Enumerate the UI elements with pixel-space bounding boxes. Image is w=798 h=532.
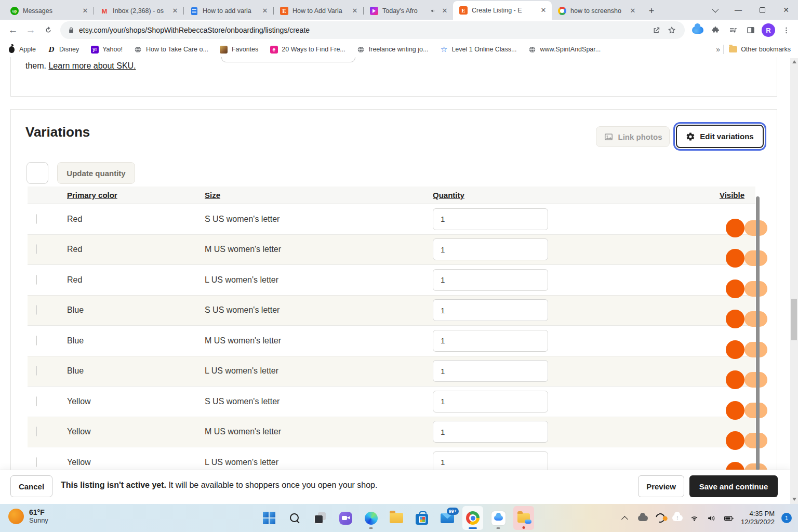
save-and-continue-button[interactable]: Save and continue (689, 475, 778, 497)
taskbar-clock[interactable]: 4:35 PM 12/23/2022 (741, 510, 775, 526)
wifi-icon[interactable] (689, 513, 700, 523)
taskbar-search-button[interactable] (284, 506, 305, 530)
task-view-button[interactable] (310, 506, 330, 530)
globe-icon (357, 45, 365, 54)
chrome-menu-icon[interactable] (778, 22, 794, 38)
row-checkbox[interactable] (36, 427, 37, 436)
mail-button[interactable]: 99+ (437, 506, 458, 530)
update-quantity-button[interactable]: Update quantity (57, 162, 135, 184)
table-scrollbar-thumb[interactable] (756, 196, 760, 470)
tab-google-search[interactable]: how to screensho ✕ (552, 2, 641, 20)
edit-variations-button[interactable]: Edit variations (676, 125, 764, 148)
tab-gmail-inbox[interactable]: M Inbox (2,368) - os ✕ (94, 2, 183, 20)
icloud-extension-icon[interactable] (690, 22, 706, 38)
window-maximize-button[interactable] (750, 0, 774, 20)
row-checkbox[interactable] (36, 336, 37, 345)
quantity-input[interactable] (433, 238, 548, 260)
column-visible[interactable]: Visible (720, 191, 755, 200)
bookmark-freelance-writing[interactable]: freelance writing jo... (357, 45, 429, 54)
bookmark-yahoo[interactable]: y!Yahoo! (90, 45, 123, 54)
quantity-input[interactable] (433, 391, 548, 413)
profile-avatar[interactable]: R (761, 22, 776, 38)
preview-button[interactable]: Preview (638, 475, 684, 497)
sku-input-partial[interactable] (221, 57, 355, 62)
bookmark-how-to-take-care[interactable]: How to Take Care o... (134, 45, 208, 54)
playlist-extension-icon[interactable] (725, 22, 741, 38)
bookmark-apple[interactable]: Apple (7, 45, 36, 54)
hidden-icons-chevron[interactable] (621, 513, 631, 523)
tab-close-icon[interactable]: ✕ (351, 7, 359, 15)
tab-close-icon[interactable]: ✕ (539, 6, 548, 15)
row-checkbox[interactable] (36, 305, 37, 315)
sync-tray-icon[interactable] (655, 513, 666, 523)
window-close-button[interactable]: ✕ (774, 0, 798, 20)
column-size[interactable]: Size (205, 191, 433, 200)
share-icon[interactable] (648, 22, 664, 38)
select-all-checkbox[interactable] (26, 162, 48, 184)
row-checkbox[interactable] (36, 366, 37, 376)
bookmarks-overflow-chevron[interactable]: » (716, 45, 720, 54)
onedrive-folder-button[interactable] (513, 506, 534, 530)
back-button[interactable]: ← (4, 21, 22, 39)
bookmark-favorites[interactable]: Favorites (220, 45, 258, 54)
quantity-input[interactable] (433, 208, 548, 230)
tab-etsy-help[interactable]: E How to Add Varia ✕ (274, 2, 363, 20)
tab-audio-icon[interactable] (430, 8, 436, 14)
tab-close-icon[interactable]: ✕ (629, 7, 637, 15)
start-button[interactable] (259, 506, 280, 530)
column-quantity[interactable]: Quantity (433, 191, 672, 200)
other-bookmarks-button[interactable]: Other bookmarks (729, 46, 791, 53)
quantity-input[interactable] (433, 299, 548, 321)
new-tab-button[interactable]: + (644, 4, 659, 18)
column-primary-color[interactable]: Primary color (67, 191, 205, 200)
cancel-button[interactable]: Cancel (10, 475, 52, 497)
edge-button[interactable] (361, 506, 381, 530)
scroll-down-arrow[interactable] (792, 498, 796, 501)
extensions-puzzle-icon[interactable] (708, 22, 723, 38)
onedrive-tray-icon[interactable] (638, 513, 648, 523)
page-scrollbar-thumb[interactable] (791, 299, 797, 340)
page-scrollbar[interactable] (790, 58, 798, 504)
learn-more-sku-link[interactable]: Learn more about SKU. (48, 61, 136, 70)
tab-close-icon[interactable]: ✕ (171, 7, 179, 15)
row-checkbox[interactable] (36, 275, 37, 285)
quantity-input[interactable] (433, 330, 548, 352)
tab-todays-afro[interactable]: Today's Afro ✕ (364, 2, 453, 20)
tab-messages[interactable]: up Messages ✕ (4, 2, 94, 20)
bookmark-20-ways[interactable]: e20 Ways to Find Fre... (270, 45, 345, 54)
bookmark-disney[interactable]: DDisney (47, 45, 79, 54)
bookmark-spiritandspar[interactable]: www.SpiritAndSpar... (528, 45, 601, 54)
link-photos-button[interactable]: Link photos (596, 126, 670, 147)
quantity-input[interactable] (433, 269, 548, 291)
microsoft-store-button[interactable] (411, 506, 432, 530)
chat-button[interactable] (335, 506, 356, 530)
row-checkbox[interactable] (36, 244, 37, 254)
volume-icon[interactable] (707, 513, 717, 523)
bookmark-star-icon[interactable] (664, 22, 680, 38)
quantity-input[interactable] (433, 360, 548, 382)
side-panel-icon[interactable] (743, 22, 759, 38)
tab-close-icon[interactable]: ✕ (81, 7, 89, 15)
address-bar[interactable]: etsy.com/your/shops/ShopWithRebeccaStore… (60, 21, 685, 39)
file-explorer-button[interactable] (386, 506, 407, 530)
reload-button[interactable] (39, 21, 57, 39)
quantity-input[interactable] (433, 421, 548, 443)
tab-close-icon[interactable]: ✕ (441, 7, 449, 15)
battery-icon[interactable] (724, 513, 734, 523)
forward-button[interactable]: → (22, 21, 39, 39)
row-checkbox[interactable] (36, 214, 37, 224)
tab-create-listing-active[interactable]: E Create Listing - E ✕ (453, 1, 552, 20)
tab-close-icon[interactable]: ✕ (261, 7, 269, 15)
chrome-button[interactable] (462, 506, 483, 530)
tab-gdocs[interactable]: How to add varia ✕ (184, 2, 273, 20)
cloud-alert-tray-icon[interactable]: ! (672, 513, 683, 523)
row-checkbox[interactable] (36, 457, 37, 467)
weather-widget[interactable]: 61°F Sunny (8, 508, 48, 524)
scroll-up-arrow[interactable] (792, 60, 796, 63)
tab-search-chevron[interactable] (702, 0, 726, 20)
notification-badge[interactable]: 1 (781, 513, 792, 523)
icloud-button[interactable] (488, 506, 509, 530)
bookmark-level1-class[interactable]: ☆Level 1 Online Class... (440, 45, 516, 54)
window-minimize-button[interactable]: — (726, 0, 750, 20)
row-checkbox[interactable] (36, 396, 37, 406)
